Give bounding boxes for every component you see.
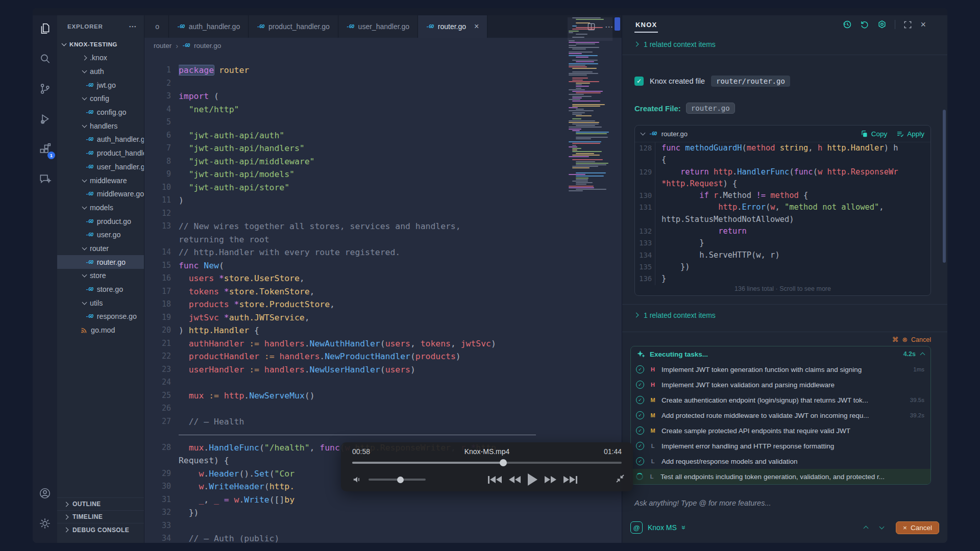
player-progress-handle[interactable] xyxy=(500,459,507,466)
tree-item-go-mod[interactable]: go.mod xyxy=(57,323,144,337)
restore-icon[interactable] xyxy=(860,20,869,29)
breadcrumb-file[interactable]: router.go xyxy=(194,42,221,49)
code-snippet-body[interactable]: 128func methodGuardH(method string, h ht… xyxy=(635,142,930,285)
volume-handle[interactable] xyxy=(397,477,404,483)
tree-item-auth[interactable]: auth xyxy=(57,65,144,79)
minimap-line xyxy=(569,52,593,53)
line-number: 4 xyxy=(144,103,171,116)
agent-selector[interactable]: Knox MS xyxy=(648,523,677,532)
tab-router-go[interactable]: -GOrouter.go× xyxy=(418,15,487,38)
task-list: ✓HImplement JWT token generation functio… xyxy=(631,362,930,484)
line-number: 12 xyxy=(144,207,171,220)
tree-item-response-go[interactable]: -GOresponse.go xyxy=(57,310,144,323)
task-row-7[interactable]: ✓LAdd request/response models and valida… xyxy=(631,454,930,469)
tab-product_handler-go[interactable]: -GOproduct_handler.go xyxy=(249,15,338,38)
tree-item-auth_handler-go[interactable]: -GOauth_handler.go xyxy=(57,133,144,146)
fast-forward-button[interactable] xyxy=(545,476,556,483)
tab-user_handler-go[interactable]: -GOuser_handler.go xyxy=(338,15,418,38)
search-icon[interactable] xyxy=(36,49,54,68)
chevron-down-icon[interactable] xyxy=(641,131,646,136)
created-file-path-chip: router/router.go xyxy=(711,76,790,87)
chevron-up-icon[interactable] xyxy=(920,353,925,358)
breadcrumb-folder[interactable]: router xyxy=(154,42,172,49)
tree-item--knox[interactable]: .knox xyxy=(57,51,144,65)
sidebar-section-outline[interactable]: OUTLINE xyxy=(57,498,144,511)
tree-item-config-go[interactable]: -GOconfig.go xyxy=(57,106,144,119)
checkbox-checked[interactable]: ✓ xyxy=(634,77,644,86)
copy-button[interactable]: Copy xyxy=(861,130,888,138)
play-button[interactable] xyxy=(528,473,537,486)
double-chevron-icon[interactable]: » xyxy=(680,525,688,530)
task-row-6[interactable]: ✓LImplement error handling and HTTP resp… xyxy=(631,438,930,454)
tree-item-models[interactable]: models xyxy=(57,201,144,215)
explorer-more-icon[interactable]: ⋯ xyxy=(129,22,137,31)
line-number: 19 xyxy=(144,311,171,324)
workspace-root[interactable]: KNOX-TESTING xyxy=(57,38,144,51)
task-row-4[interactable]: ✓MAdd protected route middleware to vali… xyxy=(631,408,930,423)
panel-scrollbar-thumb[interactable] xyxy=(943,110,946,263)
player-progress-bar[interactable] xyxy=(352,462,622,464)
code-snippet-card: -GO router.go Copy Apply 128func methodG… xyxy=(634,125,931,296)
files-icon[interactable] xyxy=(36,19,54,38)
nav-up-icon[interactable] xyxy=(864,526,869,531)
hexagon-settings-icon[interactable] xyxy=(877,20,887,29)
tree-item-store-go[interactable]: -GOstore.go xyxy=(57,283,144,296)
tree-item-utils[interactable]: utils xyxy=(57,296,144,310)
skip-forward-button[interactable] xyxy=(564,476,577,484)
cancel-shortcut-row[interactable]: ⌘ ⊗ Cancel xyxy=(892,336,931,343)
close-tab-icon[interactable]: × xyxy=(474,22,479,31)
tree-item-handlers[interactable]: handlers xyxy=(57,119,144,133)
tree-item-config[interactable]: config xyxy=(57,92,144,106)
minimap-line xyxy=(569,174,585,175)
at-mention-icon[interactable]: @ xyxy=(630,521,643,534)
minimap-viewport[interactable] xyxy=(568,17,612,41)
related-context-top[interactable]: 1 related context items xyxy=(622,34,947,55)
nav-down-icon[interactable] xyxy=(879,524,885,530)
sidebar-section-debug-console[interactable]: DEBUG CONSOLE xyxy=(57,523,144,536)
settings-icon[interactable] xyxy=(36,514,54,533)
task-row-2[interactable]: ✓HImplement JWT token validation and par… xyxy=(631,377,930,392)
tree-item-router-go[interactable]: -GOrouter.go xyxy=(57,255,144,269)
volume-slider[interactable] xyxy=(369,479,426,481)
tree-item-store[interactable]: store xyxy=(57,269,144,283)
minimap[interactable] xyxy=(568,17,612,197)
tree-item-user_handler-go[interactable]: -GOuser_handler.go xyxy=(57,160,144,174)
tab-knox[interactable]: KNOX xyxy=(634,17,658,33)
chat-icon[interactable] xyxy=(36,170,54,188)
apply-button[interactable]: Apply xyxy=(896,130,924,138)
cancel-circle-icon: ⊗ xyxy=(902,336,908,343)
tree-item-middleware[interactable]: middleware xyxy=(57,173,144,187)
tree-item-product_handler-go[interactable]: -GOproduct_handler.go xyxy=(57,146,144,160)
extensions-icon[interactable]: 1 xyxy=(36,140,54,158)
sidebar-section-timeline[interactable]: TIMELINE xyxy=(57,511,144,523)
expand-icon[interactable] xyxy=(903,20,912,29)
task-row-5[interactable]: ✓MCreate sample protected API endpoints … xyxy=(631,423,930,438)
tree-item-user-go[interactable]: -GOuser.go xyxy=(57,228,144,242)
account-icon[interactable] xyxy=(36,484,54,503)
close-icon[interactable]: × xyxy=(920,20,926,29)
tab-auth_handler-go[interactable]: -GOauth_handler.go xyxy=(169,15,249,38)
cancel-button[interactable]: × Cancel xyxy=(896,521,939,534)
history-icon[interactable] xyxy=(843,20,852,29)
tree-item-middleware-go[interactable]: -GOmiddleware.go xyxy=(57,187,144,201)
collapse-player-icon[interactable] xyxy=(616,474,625,485)
tree-item-router[interactable]: router xyxy=(57,242,144,256)
related-context-bottom[interactable]: 1 related context items xyxy=(622,304,947,325)
breadcrumb[interactable]: router › -GO router.go xyxy=(144,38,622,53)
chat-input[interactable]: Ask anything! Type @ for more features..… xyxy=(634,499,771,507)
task-row-1[interactable]: ✓HImplement JWT token generation functio… xyxy=(631,362,930,377)
minimap-line xyxy=(576,182,593,183)
skip-back-button[interactable] xyxy=(488,476,502,484)
executing-tasks-header[interactable]: Executing tasks... 4.2s xyxy=(631,346,930,362)
editor-scrollbar-thumb[interactable] xyxy=(615,17,620,31)
rewind-button[interactable] xyxy=(509,476,521,483)
chevron-down-icon xyxy=(82,122,87,128)
task-row-8[interactable]: LTest all endpoints including token gene… xyxy=(631,469,930,484)
tab-overflow[interactable]: o xyxy=(144,15,169,38)
debug-icon[interactable] xyxy=(36,110,54,128)
tree-item-product-go[interactable]: -GOproduct.go xyxy=(57,214,144,228)
source-control-icon[interactable] xyxy=(36,80,54,98)
task-row-3[interactable]: ✓MCreate authentication endpoint (login/… xyxy=(631,392,930,408)
volume-icon[interactable] xyxy=(352,475,362,484)
tree-item-jwt-go[interactable]: -GOjwt.go xyxy=(57,78,144,92)
